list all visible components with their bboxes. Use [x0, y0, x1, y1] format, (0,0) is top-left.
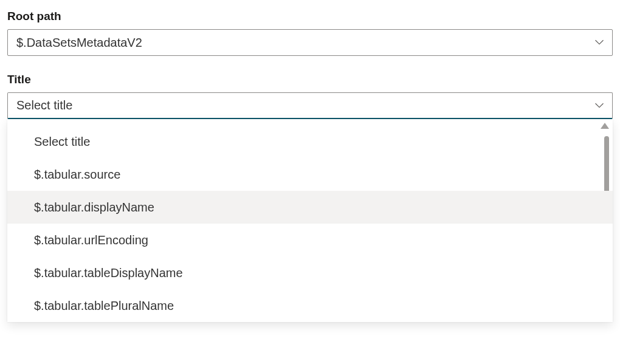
title-option[interactable]: $.tabular.source	[7, 158, 613, 191]
chevron-down-icon	[595, 101, 604, 110]
root-path-value: $.DataSetsMetadataV2	[16, 36, 142, 50]
title-placeholder: Select title	[16, 98, 72, 112]
chevron-down-icon	[595, 38, 604, 47]
root-path-dropdown[interactable]: $.DataSetsMetadataV2	[7, 29, 613, 56]
title-label: Title	[7, 73, 613, 86]
title-option[interactable]: $.tabular.displayName	[7, 191, 613, 224]
title-option[interactable]: $.tabular.tablePluralName	[7, 289, 613, 322]
title-dropdown[interactable]: Select title Select title$.tabular.sourc…	[7, 92, 613, 322]
title-option[interactable]: Select title	[7, 125, 613, 158]
title-dropdown-menu: Select title$.tabular.source$.tabular.di…	[7, 119, 613, 322]
title-option[interactable]: $.tabular.tableDisplayName	[7, 256, 613, 289]
root-path-label: Root path	[7, 10, 613, 23]
title-option[interactable]: $.tabular.urlEncoding	[7, 224, 613, 256]
